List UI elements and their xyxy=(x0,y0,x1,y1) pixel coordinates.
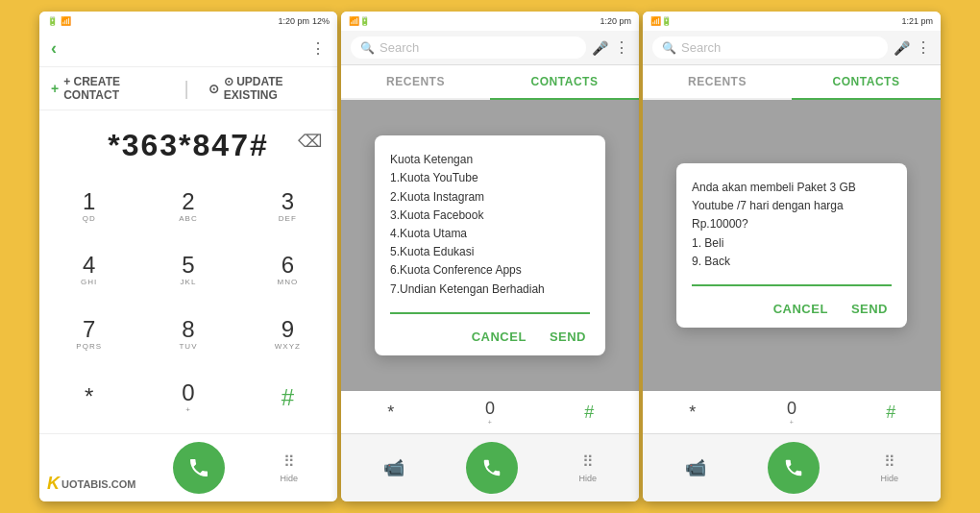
status-right-3: 1:21 pm xyxy=(901,16,933,26)
icons-2: 📶🔋 xyxy=(349,16,370,26)
key-0[interactable]: 0 + xyxy=(138,366,237,429)
dialog-actions-3: CANCEL SEND xyxy=(692,298,892,320)
video-icon-2[interactable]: 📹 xyxy=(383,457,404,478)
cancel-button-2[interactable]: CANCEL xyxy=(468,326,530,348)
create-contact-button[interactable]: + + CREATE CONTACT xyxy=(51,75,165,102)
key-hash[interactable]: # xyxy=(238,366,337,429)
back-button[interactable]: ‹ xyxy=(51,38,57,59)
send-button-3[interactable]: SEND xyxy=(847,298,892,320)
battery-1: 12% xyxy=(312,16,330,26)
grid-icon-3: ⠿ xyxy=(884,452,895,471)
update-existing-label: ⊙ UPDATE EXISTING xyxy=(224,75,326,102)
dialer-actions: + + CREATE CONTACT | ⊙ ⊙ UPDATE EXISTING xyxy=(39,67,337,110)
tab-recents-3[interactable]: RECENTS xyxy=(643,65,792,98)
time-3: 1:21 pm xyxy=(901,16,933,26)
status-bar-3: 📶🔋 1:21 pm xyxy=(643,12,941,31)
status-left-2: 📶🔋 xyxy=(349,16,370,26)
logo: K UOTABIS.COM xyxy=(47,474,135,494)
mini-keypad-2: * 0 + # xyxy=(341,391,639,433)
dialog-box-3: Anda akan membeli Paket 3 GB Youtube /7 … xyxy=(676,163,907,328)
status-right-2: 1:20 pm xyxy=(600,16,631,26)
contacts-bottom-3: 📹 ⠿ Hide xyxy=(643,433,941,501)
dialer-display: *363*847# ⌫ xyxy=(39,110,337,171)
time-1: 1:20 pm xyxy=(278,16,309,26)
phone-screen-3: 📶🔋 1:21 pm 🔍 Search 🎤 ⋮ RECENTS CONTACTS… xyxy=(643,12,941,501)
hide-label-2: Hide xyxy=(579,474,598,483)
key-7[interactable]: 7 PQRS xyxy=(39,303,138,366)
dialog-input-2[interactable] xyxy=(390,312,590,314)
time-2: 1:20 pm xyxy=(600,16,631,26)
phone-screen-2: 📶🔋 1:20 pm 🔍 Search 🎤 ⋮ RECENTS CONTACTS… xyxy=(341,12,639,501)
search-icon-3: 🔍 xyxy=(662,41,676,55)
call-button-2[interactable] xyxy=(466,442,518,494)
key-star[interactable]: * xyxy=(39,366,138,429)
more-options-button[interactable]: ⋮ xyxy=(310,39,326,58)
icons-3: 📶🔋 xyxy=(650,16,672,26)
mini-key-hash-3[interactable]: # xyxy=(842,393,941,431)
tab-recents-2[interactable]: RECENTS xyxy=(341,65,490,98)
battery-icon-1: 🔋 xyxy=(47,16,58,26)
plus-icon: + xyxy=(51,81,59,96)
signal-icons-1: 📶 xyxy=(61,16,71,26)
mic-icon-2[interactable]: 🎤 xyxy=(592,40,608,56)
status-bar-1: 🔋 📶 1:20 pm 12% xyxy=(39,12,337,31)
contacts-bottom-2: 📹 ⠿ Hide xyxy=(341,433,639,501)
status-left-3: 📶🔋 xyxy=(650,16,672,26)
key-3[interactable]: 3 DEF xyxy=(238,175,337,238)
hide-button-2[interactable]: ⠿ Hide xyxy=(579,452,598,483)
mini-key-star-3[interactable]: * xyxy=(643,393,742,431)
dialog-input-3[interactable] xyxy=(692,284,892,286)
mini-key-star-2[interactable]: * xyxy=(341,393,440,431)
key-2[interactable]: 2 ABC xyxy=(138,175,237,238)
key-1[interactable]: 1 QD xyxy=(39,175,138,238)
logo-k: K xyxy=(47,474,60,494)
key-9[interactable]: 9 WXYZ xyxy=(238,303,337,366)
more-icon-2[interactable]: ⋮ xyxy=(614,38,629,57)
contacts-tabs-3: RECENTS CONTACTS xyxy=(643,65,941,100)
more-icon-3[interactable]: ⋮ xyxy=(916,38,931,57)
tab-contacts-2[interactable]: CONTACTS xyxy=(490,65,639,100)
search-bar-3[interactable]: 🔍 Search xyxy=(652,37,888,59)
backspace-button[interactable]: ⌫ xyxy=(298,131,322,152)
mic-icon-3[interactable]: 🎤 xyxy=(894,40,910,56)
mini-key-0-3[interactable]: 0 + xyxy=(742,393,841,431)
dialog-overlay-3: Anda akan membeli Paket 3 GB Youtube /7 … xyxy=(643,100,941,391)
create-contact-label: + CREATE CONTACT xyxy=(63,75,164,102)
search-placeholder-3: Search xyxy=(681,40,721,55)
mini-keypad-3: * 0 + # xyxy=(643,391,941,433)
search-placeholder-2: Search xyxy=(380,40,419,55)
dialer-top-bar: ‹ ⋮ xyxy=(39,31,337,67)
person-icon: ⊙ xyxy=(208,82,219,96)
grid-icon-2: ⠿ xyxy=(582,452,594,471)
key-5[interactable]: 5 JKL xyxy=(138,238,237,302)
dialog-message-2: Kuota Ketengan1.Kuota YouTube2.Kuota Ins… xyxy=(390,151,590,299)
contacts-content-2: Kuota Ketengan1.Kuota YouTube2.Kuota Ins… xyxy=(341,100,639,391)
contacts-content-3: Anda akan membeli Paket 3 GB Youtube /7 … xyxy=(643,100,941,391)
call-button-3[interactable] xyxy=(768,442,820,494)
search-bar-2[interactable]: 🔍 Search xyxy=(351,37,586,59)
call-button[interactable] xyxy=(173,442,225,494)
cancel-button-3[interactable]: CANCEL xyxy=(770,298,832,320)
hide-button[interactable]: ⠿ Hide xyxy=(281,452,299,483)
key-6[interactable]: 6 MNO xyxy=(238,238,337,302)
dialog-message-3: Anda akan membeli Paket 3 GB Youtube /7 … xyxy=(692,179,892,271)
hide-button-3[interactable]: ⠿ Hide xyxy=(881,452,899,483)
send-button-2[interactable]: SEND xyxy=(546,326,590,348)
search-icon-2: 🔍 xyxy=(360,41,375,55)
key-8[interactable]: 8 TUV xyxy=(138,303,237,366)
separator: | xyxy=(184,78,189,100)
dialog-overlay-2: Kuota Ketengan1.Kuota YouTube2.Kuota Ins… xyxy=(341,100,639,391)
logo-text: UOTABIS.COM xyxy=(61,478,135,490)
update-existing-button[interactable]: ⊙ ⊙ UPDATE EXISTING xyxy=(208,75,326,102)
status-bar-2: 📶🔋 1:20 pm xyxy=(341,12,639,31)
key-4[interactable]: 4 GHI xyxy=(39,238,138,302)
dialer-number: *363*847# xyxy=(108,128,268,162)
status-right-1: 1:20 pm 12% xyxy=(278,16,330,26)
mini-key-0-2[interactable]: 0 + xyxy=(440,393,539,431)
video-icon-3[interactable]: 📹 xyxy=(685,457,706,478)
tab-contacts-3[interactable]: CONTACTS xyxy=(792,65,941,100)
dialog-box-2: Kuota Ketengan1.Kuota YouTube2.Kuota Ins… xyxy=(375,135,605,355)
contacts-top-bar-2: 🔍 Search 🎤 ⋮ xyxy=(341,31,639,65)
hide-label-3: Hide xyxy=(881,474,899,483)
mini-key-hash-2[interactable]: # xyxy=(540,393,639,431)
